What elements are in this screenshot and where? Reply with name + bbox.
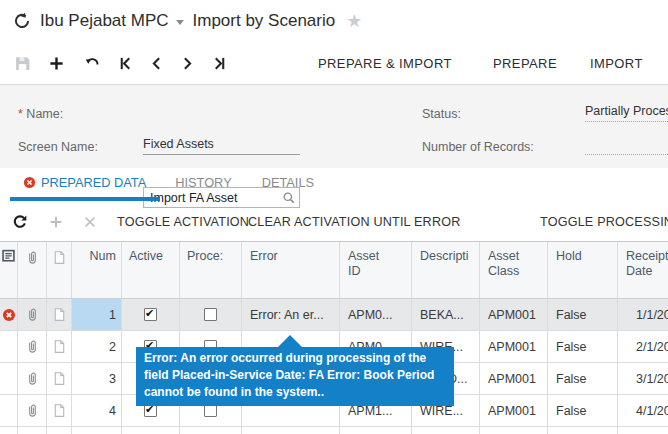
column-header-description[interactable]: Descripti (412, 242, 480, 298)
next-record-icon (180, 56, 195, 71)
processed-checkbox[interactable] (204, 308, 217, 321)
receipt-date-cell[interactable]: 1/1/20 (618, 299, 668, 330)
attachment-cell[interactable] (18, 395, 47, 426)
note-icon (52, 339, 67, 354)
app-header: Ibu Pejabat MPC Import by Scenario ★ (0, 0, 668, 42)
num-cell[interactable]: 3 (72, 363, 122, 394)
num-cell[interactable]: 2 (72, 331, 122, 362)
receipt-date-cell[interactable]: 3/1/20 (618, 363, 668, 394)
hold-cell[interactable]: False (548, 299, 618, 330)
go-next-button[interactable] (171, 47, 203, 79)
note-cell[interactable] (47, 363, 72, 394)
paperclip-icon (25, 371, 40, 386)
go-last-button[interactable] (203, 47, 235, 79)
clear-activation-until-error-button[interactable]: CLEAR ACTIVATION UNTIL ERROR (248, 201, 461, 242)
tab-prepared-data[interactable]: PREPARED DATA (10, 168, 160, 201)
num-cell[interactable]: 5 (72, 427, 122, 434)
num-cell[interactable]: 1 (72, 299, 122, 330)
attachment-cell[interactable] (18, 363, 47, 394)
tab-history-label: HISTORY (175, 175, 231, 190)
column-header-asset-id[interactable]: Asset ID (340, 242, 412, 298)
receipt-date-cell[interactable]: 5/1/20 (618, 427, 668, 434)
table-row[interactable]: 1 Error: An er... APM0... BEKA... APM001… (0, 299, 668, 331)
hold-cell[interactable]: False (548, 363, 618, 394)
number-of-records-label: Number of Records: (422, 140, 534, 154)
error-cell[interactable]: Error: An er... (242, 299, 340, 330)
asset-class-cell[interactable]: APM001 (480, 395, 548, 426)
note-cell[interactable] (47, 299, 72, 330)
asset-class-cell[interactable]: APM001 (480, 299, 548, 330)
note-icon (52, 307, 67, 322)
chevron-down-icon[interactable] (176, 20, 184, 25)
import-by-scenario-app: Ibu Pejabat MPC Import by Scenario ★ PRE… (0, 0, 668, 434)
num-cell[interactable]: 4 (72, 395, 122, 426)
hold-cell[interactable]: False (548, 331, 618, 362)
row-settings-header[interactable] (0, 242, 18, 298)
go-previous-button[interactable] (140, 47, 172, 79)
receipt-date-cell[interactable]: 2/1/20 (618, 331, 668, 362)
hold-cell[interactable]: False (548, 427, 618, 434)
summary-form: * Name: Screen Name: Fixed Assets Status… (0, 84, 668, 168)
refresh-icon[interactable] (13, 12, 31, 30)
description-cell[interactable]: BEKA... (412, 299, 480, 330)
asset-id-cell[interactable]: APM1 (340, 427, 412, 434)
attachment-cell[interactable] (18, 331, 47, 362)
attachments-column-header[interactable] (18, 242, 47, 298)
prepare-button[interactable]: PREPARE (493, 42, 557, 84)
last-record-icon (212, 56, 227, 71)
attachment-cell[interactable] (18, 299, 47, 330)
active-checkbox[interactable] (144, 308, 157, 321)
asset-class-cell[interactable]: APM001 (480, 331, 548, 362)
name-label: * Name: (18, 107, 63, 121)
toggle-activation-button[interactable]: TOGGLE ACTIVATION (117, 201, 249, 242)
grid-refresh-button[interactable] (4, 206, 36, 238)
attachment-cell[interactable] (18, 427, 47, 434)
grid-toolbar: TOGGLE ACTIVATION CLEAR ACTIVATION UNTIL… (0, 201, 668, 242)
active-cell (122, 299, 180, 330)
note-cell[interactable] (47, 395, 72, 426)
column-header-num[interactable]: Num (72, 242, 122, 298)
plus-icon (49, 56, 64, 71)
error-badge-icon (2, 308, 16, 322)
column-header-error[interactable]: Error (242, 242, 340, 298)
save-button[interactable] (6, 47, 38, 79)
refresh-icon (12, 214, 28, 230)
add-record-button[interactable] (40, 47, 72, 79)
go-first-button[interactable] (109, 47, 141, 79)
asset-class-cell[interactable]: APM001 (480, 427, 548, 434)
grid-add-row-button[interactable] (40, 206, 72, 238)
undo-button[interactable] (76, 47, 108, 79)
notes-column-header[interactable] (47, 242, 72, 298)
favorite-star-icon[interactable]: ★ (346, 12, 362, 30)
paperclip-icon (25, 307, 40, 322)
note-cell[interactable] (47, 331, 72, 362)
prepare-and-import-button[interactable]: PREPARE & IMPORT (318, 42, 452, 84)
hold-cell[interactable]: False (548, 395, 618, 426)
column-header-active[interactable]: Active (122, 242, 180, 298)
tab-details[interactable]: DETAILS (247, 168, 329, 201)
breadcrumb-company[interactable]: Ibu Pejabat MPC (40, 11, 169, 31)
table-row[interactable]: 5 APM1 WIRE APM001 False 5/1/20 (0, 427, 668, 434)
receipt-date-cell[interactable]: 4/1/20 (618, 395, 668, 426)
toggle-processing-button[interactable]: TOGGLE PROCESSING (540, 201, 668, 242)
processed-cell (180, 427, 242, 434)
x-icon (83, 215, 97, 229)
column-header-receipt-date[interactable]: Receipt Date (618, 242, 668, 298)
description-cell[interactable]: WIRE (412, 427, 480, 434)
grid-delete-row-button[interactable] (74, 206, 106, 238)
previous-record-icon (149, 56, 164, 71)
column-header-hold[interactable]: Hold (548, 242, 618, 298)
import-button[interactable]: IMPORT (590, 42, 643, 84)
processed-cell (180, 299, 242, 330)
error-cell[interactable] (242, 427, 340, 434)
note-cell[interactable] (47, 427, 72, 434)
asset-class-cell[interactable]: APM001 (480, 363, 548, 394)
paperclip-icon (25, 403, 40, 418)
tab-history[interactable]: HISTORY (160, 168, 246, 201)
required-marker: * (18, 107, 23, 121)
column-header-processed[interactable]: Proce: (180, 242, 242, 298)
asset-id-cell[interactable]: APM0... (340, 299, 412, 330)
paperclip-icon (25, 339, 40, 354)
column-header-asset-class[interactable]: Asset Class (480, 242, 548, 298)
row-error-indicator (0, 331, 18, 362)
